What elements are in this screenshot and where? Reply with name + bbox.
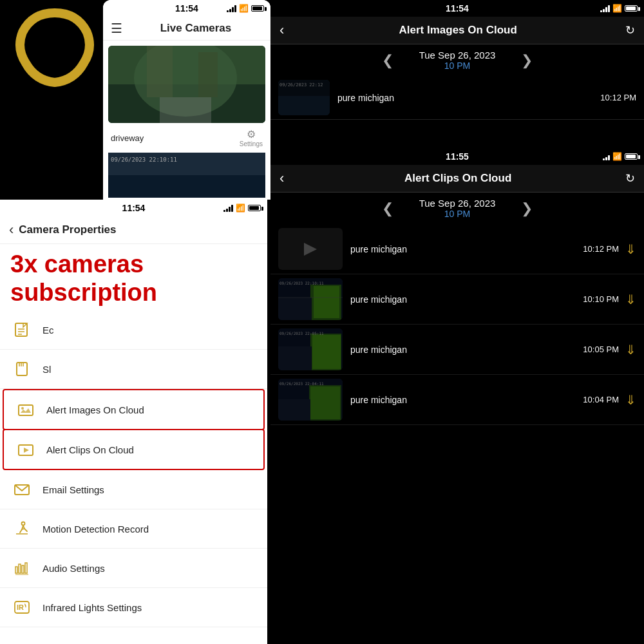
svg-text:09/26/2023 22:10:11: 09/26/2023 22:10:11 bbox=[279, 281, 324, 285]
battery-icon bbox=[251, 5, 264, 12]
battery-fill-4 bbox=[626, 155, 636, 158]
menu-label-sd: Sl bbox=[43, 364, 51, 375]
menu-item-alert-images[interactable]: Alert Images On Cloud bbox=[3, 389, 265, 430]
infrared-icon: IR bbox=[10, 596, 33, 619]
clips-prev-date[interactable]: ❮ bbox=[382, 200, 393, 217]
clip-thumb-1: 09/26/2023 22:10:11 bbox=[278, 278, 343, 320]
wifi-icon: 📶 bbox=[239, 4, 249, 13]
clip-time-2: 10:05 PM bbox=[578, 345, 619, 354]
clips-time-slot: 10 PM bbox=[419, 209, 496, 219]
sd1 bbox=[603, 158, 605, 160]
clip-info-2: pure michigan bbox=[350, 344, 578, 355]
svg-text:09/26/2023 22:05:11: 09/26/2023 22:05:11 bbox=[279, 331, 324, 336]
svg-point-30 bbox=[22, 522, 25, 526]
menu-label-audio: Audio Settings bbox=[43, 563, 105, 574]
live-cameras-title: Live Cameras bbox=[129, 22, 263, 35]
second-camera-thumb[interactable]: 09/26/2023 22:10:11 bbox=[108, 153, 265, 198]
download-icon-2[interactable]: ⇓ bbox=[625, 342, 636, 357]
alert-cam-name: pure michigan bbox=[337, 93, 394, 103]
clip-item-0[interactable]: pure michigan 10:12 PM ⇓ bbox=[270, 224, 644, 274]
signal-bar-d2 bbox=[603, 9, 605, 12]
svg-rect-35 bbox=[25, 563, 27, 573]
svg-rect-43 bbox=[278, 298, 312, 320]
svg-rect-34 bbox=[22, 565, 24, 573]
wifi-icon-4: 📶 bbox=[612, 152, 622, 161]
live-cameras-nav: ☰ Live Cameras bbox=[103, 17, 270, 41]
svg-text:09/26/2023 22:04:11: 09/26/2023 22:04:11 bbox=[279, 381, 324, 386]
svg-text:09/26/2023 22:12: 09/26/2023 22:12 bbox=[279, 82, 323, 88]
signal-icon-2 bbox=[600, 5, 610, 12]
menu-item-infrared[interactable]: IR Infrared Lights Settings bbox=[0, 588, 267, 627]
svg-rect-55 bbox=[310, 386, 340, 419]
clip-item-1[interactable]: 09/26/2023 22:10:11 pure michigan 10:10 … bbox=[270, 274, 644, 325]
gear-icon[interactable]: ⚙ bbox=[247, 128, 256, 140]
battery-icon-3 bbox=[248, 205, 261, 211]
clips-next-date[interactable]: ❯ bbox=[521, 200, 533, 217]
clips-date-info: Tue Sep 26, 2023 10 PM bbox=[419, 198, 496, 219]
alert-clips-status-bar: 11:55 📶 bbox=[270, 148, 644, 165]
cp-back-button[interactable]: ‹ bbox=[9, 222, 14, 238]
edit-icon bbox=[10, 318, 33, 341]
alert-images-status-icons: 📶 bbox=[600, 4, 638, 13]
menu-item-email[interactable]: Email Settings bbox=[0, 470, 267, 509]
sb2 bbox=[226, 209, 228, 212]
battery-fill-3 bbox=[249, 206, 259, 210]
download-icon-1[interactable]: ⇓ bbox=[625, 292, 636, 307]
download-icon-0[interactable]: ⇓ bbox=[625, 242, 636, 257]
svg-text:IR: IR bbox=[17, 603, 24, 611]
camera-grid: driveway ⚙ Settings 09/26/2023 22:10:11 bbox=[103, 41, 270, 200]
signal-bar-2 bbox=[229, 9, 231, 12]
alert-image-item[interactable]: 09/26/2023 22:12 pure michigan 10:12 PM bbox=[270, 76, 644, 120]
clip-name-1: pure michigan bbox=[350, 294, 407, 305]
battery-fill-2 bbox=[626, 6, 636, 10]
clips-refresh-button[interactable]: ↻ bbox=[625, 171, 635, 185]
email-icon bbox=[10, 478, 33, 501]
menu-item-alert-clips[interactable]: Alert Clips On Cloud bbox=[3, 429, 265, 470]
clip-thumb-0 bbox=[278, 228, 343, 270]
download-icon-3[interactable]: ⇓ bbox=[625, 392, 636, 408]
battery-icon-2 bbox=[625, 5, 638, 12]
prev-date-button[interactable]: ❮ bbox=[382, 52, 393, 69]
cp-status-icons: 📶 bbox=[223, 204, 261, 213]
date-text: Tue Sep 26, 2023 bbox=[419, 50, 496, 61]
alert-images-title: Alert Images On Cloud bbox=[290, 24, 625, 37]
clip-name-3: pure michigan bbox=[350, 395, 407, 405]
driveway-camera-image bbox=[108, 46, 265, 123]
wifi-icon-2: 📶 bbox=[612, 4, 622, 13]
menu-item-audio[interactable]: Audio Settings bbox=[0, 549, 267, 588]
svg-rect-15 bbox=[278, 96, 330, 115]
sb1 bbox=[223, 210, 225, 212]
alert-clips-nav: ‹ Alert Clips On Cloud ↻ bbox=[270, 165, 644, 193]
clip-info-1: pure michigan bbox=[350, 294, 578, 305]
hamburger-icon[interactable]: ☰ bbox=[111, 21, 122, 36]
refresh-button[interactable]: ↻ bbox=[625, 23, 635, 37]
clip-item-3[interactable]: 09/26/2023 22:04:11 pure michigan 10:04 … bbox=[270, 375, 644, 425]
signal-bar-d1 bbox=[600, 10, 602, 12]
signal-bar-1 bbox=[227, 10, 229, 12]
next-date-button[interactable]: ❯ bbox=[521, 52, 533, 69]
alert-thumb: 09/26/2023 22:12 bbox=[278, 80, 330, 115]
driveway-camera-thumb[interactable] bbox=[108, 46, 265, 123]
svg-rect-49 bbox=[278, 346, 312, 370]
driveway-label: driveway bbox=[111, 133, 144, 143]
clip-time-0: 10:12 PM bbox=[578, 244, 619, 254]
alert-images-panel: 11:54 📶 ‹ Alert Images On Cloud ↻ ❮ Tue … bbox=[270, 0, 644, 148]
clip-item-2[interactable]: 09/26/2023 22:05:11 pure michigan 10:05 … bbox=[270, 325, 644, 375]
svg-rect-33 bbox=[19, 564, 21, 573]
camera-properties-panel: 11:54 📶 ‹ Camera Properties 3x cameras s… bbox=[0, 200, 267, 644]
svg-rect-44 bbox=[314, 286, 339, 318]
svg-point-26 bbox=[21, 407, 24, 410]
clips-back-button[interactable]: ‹ bbox=[279, 170, 284, 187]
menu-item-edit[interactable]: Ec bbox=[0, 310, 267, 350]
live-cameras-panel: 11:54 📶 ☰ Live Cameras bbox=[103, 0, 270, 200]
signal-bar-3 bbox=[232, 7, 234, 12]
menu-item-sd[interactable]: Sl bbox=[0, 350, 267, 389]
menu-item-motion[interactable]: Motion Detection Record bbox=[0, 509, 267, 549]
battery-fill bbox=[252, 6, 262, 10]
sb4 bbox=[231, 205, 233, 212]
alert-images-time: 11:54 bbox=[446, 3, 469, 14]
alert-images-icon bbox=[14, 398, 37, 421]
settings-group: ⚙ Settings bbox=[240, 128, 263, 147]
back-button[interactable]: ‹ bbox=[279, 22, 284, 39]
alert-clips-icon bbox=[14, 438, 37, 461]
